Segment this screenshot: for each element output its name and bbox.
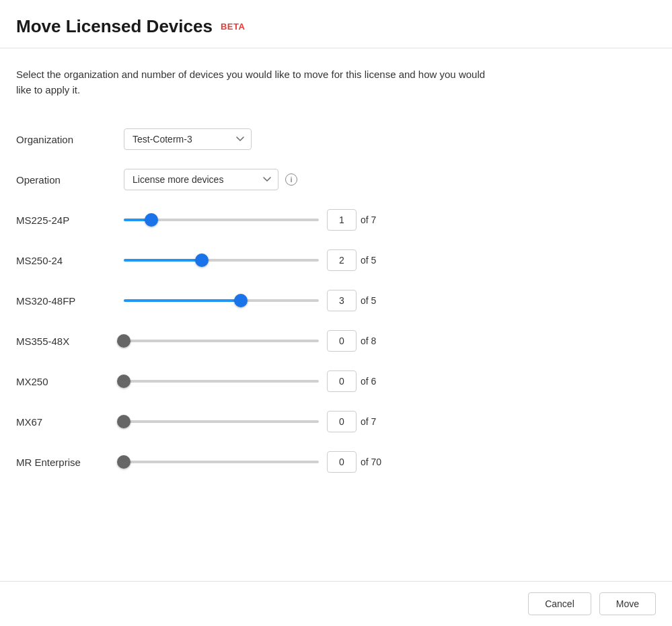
slider-container-6[interactable] <box>124 455 319 469</box>
organization-row: Organization Test-Coterm-3 Test-Coterm-1… <box>16 119 656 159</box>
device-row-3: MS355-48X 0 of 8 <box>16 321 656 361</box>
device-rows: MS225-24P 1 of 7 MS250-24 2 of 5 MS320-4… <box>16 200 656 482</box>
slider-thumb-3[interactable] <box>117 334 130 348</box>
slider-thumb-4[interactable] <box>117 375 130 388</box>
slider-container-2[interactable] <box>124 294 319 307</box>
modal-title: Move Licensed Devices BETA <box>16 16 656 37</box>
title-text: Move Licensed Devices <box>16 16 213 37</box>
slider-of-3: of 8 <box>361 336 376 346</box>
slider-value-0[interactable]: 1 <box>327 209 357 231</box>
slider-of-0: of 7 <box>361 214 376 225</box>
slider-container-5[interactable] <box>124 415 319 428</box>
slider-track-6 <box>124 461 319 463</box>
slider-of-2: of 5 <box>361 295 376 306</box>
move-button[interactable]: Move <box>599 592 656 615</box>
device-row-5: MX67 0 of 7 <box>16 401 656 442</box>
slider-track-5 <box>124 420 319 423</box>
device-row-0: MS225-24P 1 of 7 <box>16 200 656 240</box>
slider-value-3[interactable]: 0 <box>327 330 357 352</box>
operation-label: Operation <box>16 174 124 186</box>
slider-fill-2 <box>124 299 241 302</box>
organization-control: Test-Coterm-3 Test-Coterm-1 Test-Coterm-… <box>124 128 252 150</box>
slider-container-1[interactable] <box>124 253 319 267</box>
slider-value-6[interactable]: 0 <box>327 451 357 473</box>
device-label-6: MR Enterprise <box>16 457 124 468</box>
cancel-button[interactable]: Cancel <box>528 592 591 615</box>
device-label-4: MX250 <box>16 376 124 387</box>
slider-value-5[interactable]: 0 <box>327 411 357 432</box>
slider-container-3[interactable] <box>124 334 319 348</box>
device-label-3: MS355-48X <box>16 336 124 347</box>
modal-body: Select the organization and number of de… <box>0 48 672 581</box>
slider-value-1[interactable]: 2 <box>327 249 357 271</box>
device-row-4: MX250 0 of 6 <box>16 361 656 401</box>
description-text: Select the organization and number of de… <box>16 67 487 97</box>
device-row-2: MS320-48FP 3 of 5 <box>16 280 656 321</box>
slider-thumb-0[interactable] <box>145 213 158 227</box>
device-label-1: MS250-24 <box>16 255 124 266</box>
slider-of-4: of 6 <box>361 376 376 387</box>
slider-value-4[interactable]: 0 <box>327 370 357 392</box>
slider-of-1: of 5 <box>361 255 376 266</box>
form-section: Organization Test-Coterm-3 Test-Coterm-1… <box>16 119 656 482</box>
operation-select[interactable]: License more devices Co-term Extend lice… <box>124 169 278 190</box>
device-row-1: MS250-24 2 of 5 <box>16 240 656 280</box>
slider-thumb-5[interactable] <box>117 415 130 428</box>
slider-thumb-6[interactable] <box>117 455 130 469</box>
device-label-5: MX67 <box>16 416 124 428</box>
modal-footer: Cancel Move <box>0 581 672 626</box>
slider-of-5: of 7 <box>361 416 376 427</box>
device-label-2: MS320-48FP <box>16 295 124 307</box>
slider-container-4[interactable] <box>124 375 319 388</box>
slider-thumb-1[interactable] <box>195 253 209 267</box>
info-icon[interactable]: i <box>285 173 297 186</box>
slider-container-0[interactable] <box>124 213 319 227</box>
slider-track-3 <box>124 340 319 342</box>
organization-label: Organization <box>16 134 124 145</box>
slider-of-6: of 70 <box>361 457 381 467</box>
organization-select[interactable]: Test-Coterm-3 Test-Coterm-1 Test-Coterm-… <box>124 128 252 150</box>
device-label-0: MS225-24P <box>16 214 124 226</box>
beta-badge: BETA <box>221 22 245 32</box>
operation-control: License more devices Co-term Extend lice… <box>124 169 297 190</box>
device-row-6: MR Enterprise 0 of 70 <box>16 442 656 482</box>
modal-container: Move Licensed Devices BETA Select the or… <box>0 0 672 626</box>
slider-thumb-2[interactable] <box>234 294 248 307</box>
slider-fill-1 <box>124 259 202 262</box>
modal-header: Move Licensed Devices BETA <box>0 0 672 48</box>
slider-value-2[interactable]: 3 <box>327 290 357 311</box>
slider-track-4 <box>124 380 319 383</box>
operation-row: Operation License more devices Co-term E… <box>16 159 656 200</box>
